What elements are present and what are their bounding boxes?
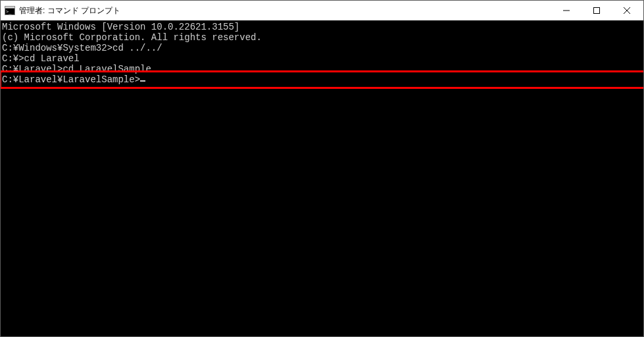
terminal-line: Microsoft Windows [Version 10.0.22621.31… bbox=[2, 22, 642, 32]
cmd-icon: >_ bbox=[5, 5, 15, 16]
terminal-line: C:¥Laravel>cd LaravelSample bbox=[2, 64, 642, 74]
terminal-output: Microsoft Windows [Version 10.0.22621.31… bbox=[2, 22, 642, 85]
minimize-button[interactable] bbox=[551, 1, 582, 20]
terminal-line: C:¥>cd Laravel bbox=[2, 53, 642, 64]
titlebar: >_ 管理者: コマンド プロンプト bbox=[1, 1, 643, 20]
close-button[interactable] bbox=[612, 1, 642, 20]
command-prompt-window: >_ 管理者: コマンド プロンプト Microsoft Windows [Ve… bbox=[0, 0, 644, 337]
terminal-area[interactable]: Microsoft Windows [Version 10.0.22621.31… bbox=[1, 20, 643, 336]
window-title: 管理者: コマンド プロンプト bbox=[19, 5, 120, 16]
terminal-line: C:¥Laravel¥LaravelSample> bbox=[2, 74, 642, 85]
svg-rect-1 bbox=[5, 7, 15, 9]
maximize-button[interactable] bbox=[582, 1, 612, 20]
svg-text:>_: >_ bbox=[6, 9, 12, 14]
terminal-line: (c) Microsoft Corporation. All rights re… bbox=[2, 32, 642, 43]
terminal-line: C:¥Windows¥System32>cd ../../ bbox=[2, 43, 642, 53]
svg-rect-4 bbox=[594, 8, 600, 14]
text-cursor bbox=[140, 80, 145, 82]
